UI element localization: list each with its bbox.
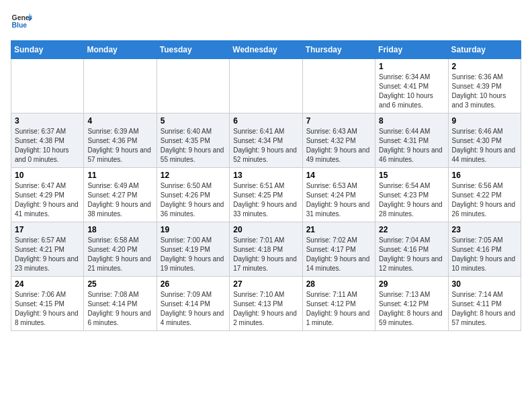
calendar-week-row: 10Sunrise: 6:47 AM Sunset: 4:29 PM Dayli… bbox=[11, 168, 521, 222]
calendar-day-cell: 3Sunrise: 6:37 AM Sunset: 4:38 PM Daylig… bbox=[11, 113, 84, 168]
day-info: Sunrise: 6:36 AM Sunset: 4:39 PM Dayligh… bbox=[452, 73, 517, 110]
day-info: Sunrise: 6:58 AM Sunset: 4:20 PM Dayligh… bbox=[87, 236, 152, 273]
calendar-day-cell bbox=[84, 59, 157, 113]
day-info: Sunrise: 6:51 AM Sunset: 4:25 PM Dayligh… bbox=[233, 181, 298, 219]
day-info: Sunrise: 6:37 AM Sunset: 4:38 PM Dayligh… bbox=[15, 127, 80, 165]
calendar-day-cell: 15Sunrise: 6:54 AM Sunset: 4:23 PM Dayli… bbox=[375, 168, 448, 222]
weekday-header-friday: Friday bbox=[375, 41, 448, 59]
calendar-day-cell: 2Sunrise: 6:36 AM Sunset: 4:39 PM Daylig… bbox=[448, 59, 521, 113]
day-info: Sunrise: 7:04 AM Sunset: 4:16 PM Dayligh… bbox=[379, 236, 444, 273]
calendar-day-cell: 22Sunrise: 7:04 AM Sunset: 4:16 PM Dayli… bbox=[375, 222, 448, 277]
calendar-day-cell: 29Sunrise: 7:13 AM Sunset: 4:12 PM Dayli… bbox=[375, 277, 448, 331]
day-number: 27 bbox=[233, 279, 298, 289]
day-number: 11 bbox=[87, 171, 152, 180]
day-number: 6 bbox=[233, 116, 298, 126]
calendar-day-cell: 13Sunrise: 6:51 AM Sunset: 4:25 PM Dayli… bbox=[230, 168, 302, 222]
calendar-day-cell: 21Sunrise: 7:02 AM Sunset: 4:17 PM Dayli… bbox=[302, 222, 375, 277]
day-number: 22 bbox=[379, 225, 444, 234]
day-number: 2 bbox=[452, 62, 517, 71]
day-number: 3 bbox=[15, 116, 80, 126]
day-number: 30 bbox=[452, 279, 517, 289]
calendar-day-cell: 23Sunrise: 7:05 AM Sunset: 4:16 PM Dayli… bbox=[448, 222, 521, 277]
day-number: 15 bbox=[379, 171, 444, 180]
calendar-day-cell: 6Sunrise: 6:41 AM Sunset: 4:34 PM Daylig… bbox=[230, 113, 302, 168]
day-info: Sunrise: 6:39 AM Sunset: 4:36 PM Dayligh… bbox=[87, 127, 152, 165]
day-info: Sunrise: 7:05 AM Sunset: 4:16 PM Dayligh… bbox=[452, 236, 517, 273]
calendar-day-cell: 18Sunrise: 6:58 AM Sunset: 4:20 PM Dayli… bbox=[84, 222, 157, 277]
day-number: 8 bbox=[379, 116, 444, 126]
day-number: 12 bbox=[161, 171, 226, 180]
calendar-day-cell: 30Sunrise: 7:14 AM Sunset: 4:11 PM Dayli… bbox=[448, 277, 521, 331]
day-number: 16 bbox=[452, 171, 517, 180]
calendar-day-cell: 10Sunrise: 6:47 AM Sunset: 4:29 PM Dayli… bbox=[11, 168, 84, 222]
day-number: 1 bbox=[379, 62, 444, 71]
day-number: 21 bbox=[306, 225, 371, 234]
weekday-header-row: SundayMondayTuesdayWednesdayThursdayFrid… bbox=[11, 41, 521, 59]
day-info: Sunrise: 7:13 AM Sunset: 4:12 PM Dayligh… bbox=[379, 290, 444, 328]
day-info: Sunrise: 7:00 AM Sunset: 4:19 PM Dayligh… bbox=[161, 236, 226, 273]
calendar-day-cell: 12Sunrise: 6:50 AM Sunset: 4:26 PM Dayli… bbox=[157, 168, 229, 222]
day-info: Sunrise: 6:44 AM Sunset: 4:31 PM Dayligh… bbox=[379, 127, 444, 165]
day-number: 9 bbox=[452, 116, 517, 126]
calendar-week-row: 3Sunrise: 6:37 AM Sunset: 4:38 PM Daylig… bbox=[11, 113, 521, 168]
day-info: Sunrise: 6:57 AM Sunset: 4:21 PM Dayligh… bbox=[15, 236, 80, 273]
calendar-week-row: 17Sunrise: 6:57 AM Sunset: 4:21 PM Dayli… bbox=[11, 222, 521, 277]
calendar-day-cell: 11Sunrise: 6:49 AM Sunset: 4:27 PM Dayli… bbox=[84, 168, 157, 222]
weekday-header-sunday: Sunday bbox=[11, 41, 84, 59]
calendar-day-cell bbox=[230, 59, 302, 113]
calendar-day-cell: 19Sunrise: 7:00 AM Sunset: 4:19 PM Dayli… bbox=[157, 222, 229, 277]
calendar-day-cell: 7Sunrise: 6:43 AM Sunset: 4:32 PM Daylig… bbox=[302, 113, 375, 168]
calendar-day-cell: 25Sunrise: 7:08 AM Sunset: 4:14 PM Dayli… bbox=[84, 277, 157, 331]
day-number: 14 bbox=[306, 171, 371, 180]
day-number: 23 bbox=[452, 225, 517, 234]
day-number: 5 bbox=[161, 116, 226, 126]
day-number: 18 bbox=[87, 225, 152, 234]
day-info: Sunrise: 6:54 AM Sunset: 4:23 PM Dayligh… bbox=[379, 181, 444, 219]
calendar-day-cell: 26Sunrise: 7:09 AM Sunset: 4:14 PM Dayli… bbox=[157, 277, 229, 331]
weekday-header-monday: Monday bbox=[84, 41, 157, 59]
day-info: Sunrise: 6:43 AM Sunset: 4:32 PM Dayligh… bbox=[306, 127, 371, 165]
calendar-day-cell: 20Sunrise: 7:01 AM Sunset: 4:18 PM Dayli… bbox=[230, 222, 302, 277]
calendar-day-cell: 24Sunrise: 7:06 AM Sunset: 4:15 PM Dayli… bbox=[11, 277, 84, 331]
day-number: 19 bbox=[161, 225, 226, 234]
day-info: Sunrise: 6:40 AM Sunset: 4:35 PM Dayligh… bbox=[161, 127, 226, 165]
day-info: Sunrise: 6:47 AM Sunset: 4:29 PM Dayligh… bbox=[15, 181, 80, 219]
day-info: Sunrise: 7:08 AM Sunset: 4:14 PM Dayligh… bbox=[87, 290, 152, 328]
day-info: Sunrise: 7:10 AM Sunset: 4:13 PM Dayligh… bbox=[233, 290, 298, 328]
day-number: 26 bbox=[161, 279, 226, 289]
calendar-day-cell bbox=[11, 59, 84, 113]
calendar-day-cell bbox=[302, 59, 375, 113]
day-number: 10 bbox=[15, 171, 80, 180]
day-number: 25 bbox=[87, 279, 152, 289]
weekday-header-saturday: Saturday bbox=[448, 41, 521, 59]
day-info: Sunrise: 7:01 AM Sunset: 4:18 PM Dayligh… bbox=[233, 236, 298, 273]
day-info: Sunrise: 6:50 AM Sunset: 4:26 PM Dayligh… bbox=[161, 181, 226, 219]
day-info: Sunrise: 7:06 AM Sunset: 4:15 PM Dayligh… bbox=[15, 290, 80, 328]
weekday-header-thursday: Thursday bbox=[302, 41, 375, 59]
logo: General Blue bbox=[11, 11, 32, 32]
logo-icon: General Blue bbox=[11, 11, 32, 32]
calendar-table: SundayMondayTuesdayWednesdayThursdayFrid… bbox=[11, 40, 521, 331]
calendar-day-cell: 16Sunrise: 6:56 AM Sunset: 4:22 PM Dayli… bbox=[448, 168, 521, 222]
calendar-week-row: 1Sunrise: 6:34 AM Sunset: 4:41 PM Daylig… bbox=[11, 59, 521, 113]
weekday-header-tuesday: Tuesday bbox=[157, 41, 229, 59]
day-info: Sunrise: 6:41 AM Sunset: 4:34 PM Dayligh… bbox=[233, 127, 298, 165]
day-number: 13 bbox=[233, 171, 298, 180]
svg-text:Blue: Blue bbox=[12, 21, 28, 29]
calendar-day-cell: 17Sunrise: 6:57 AM Sunset: 4:21 PM Dayli… bbox=[11, 222, 84, 277]
calendar-day-cell: 5Sunrise: 6:40 AM Sunset: 4:35 PM Daylig… bbox=[157, 113, 229, 168]
calendar-day-cell: 14Sunrise: 6:53 AM Sunset: 4:24 PM Dayli… bbox=[302, 168, 375, 222]
page-header: General Blue bbox=[11, 11, 521, 32]
day-info: Sunrise: 6:53 AM Sunset: 4:24 PM Dayligh… bbox=[306, 181, 371, 219]
day-info: Sunrise: 7:02 AM Sunset: 4:17 PM Dayligh… bbox=[306, 236, 371, 273]
day-number: 29 bbox=[379, 279, 444, 289]
day-info: Sunrise: 7:14 AM Sunset: 4:11 PM Dayligh… bbox=[452, 290, 517, 328]
calendar-day-cell: 8Sunrise: 6:44 AM Sunset: 4:31 PM Daylig… bbox=[375, 113, 448, 168]
calendar-day-cell bbox=[157, 59, 229, 113]
day-number: 17 bbox=[15, 225, 80, 234]
day-info: Sunrise: 6:34 AM Sunset: 4:41 PM Dayligh… bbox=[379, 73, 444, 110]
calendar-day-cell: 1Sunrise: 6:34 AM Sunset: 4:41 PM Daylig… bbox=[375, 59, 448, 113]
day-number: 24 bbox=[15, 279, 80, 289]
calendar-day-cell: 28Sunrise: 7:11 AM Sunset: 4:12 PM Dayli… bbox=[302, 277, 375, 331]
day-number: 7 bbox=[306, 116, 371, 126]
